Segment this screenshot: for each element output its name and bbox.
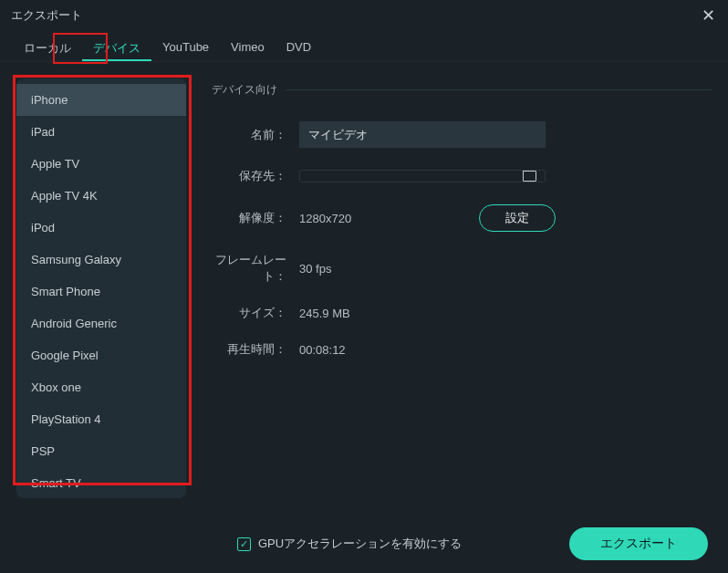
device-item-smarttv[interactable]: Smart TV xyxy=(16,467,186,498)
checkbox-icon: ✓ xyxy=(237,537,251,551)
gpu-accel-label: GPUアクセラレーションを有効にする xyxy=(258,536,462,552)
device-item-appletv[interactable]: Apple TV xyxy=(16,148,186,180)
device-item-smartphone[interactable]: Smart Phone xyxy=(16,276,186,307)
section-header: デバイス向け xyxy=(212,82,712,98)
value-duration: 00:08:12 xyxy=(299,343,346,357)
export-button[interactable]: エクスポート xyxy=(569,527,708,560)
label-size: サイズ： xyxy=(212,305,299,321)
device-item-ipad[interactable]: iPad xyxy=(16,116,186,148)
browse-folder-button[interactable] xyxy=(514,171,545,182)
device-item-samsung[interactable]: Samsung Galaxy xyxy=(16,244,186,276)
tab-youtube[interactable]: YouTube xyxy=(151,35,220,61)
titlebar: エクスポート ✕ xyxy=(0,0,728,31)
device-item-appletv4k[interactable]: Apple TV 4K xyxy=(16,180,186,212)
settings-button[interactable]: 設定 xyxy=(479,204,556,232)
device-item-ipod[interactable]: iPod xyxy=(16,212,186,244)
tab-local[interactable]: ローカル xyxy=(13,35,82,61)
label-framerate: フレームレート： xyxy=(212,252,299,285)
label-saveto: 保存先： xyxy=(212,168,299,184)
device-item-ps4[interactable]: PlayStation 4 xyxy=(16,403,186,435)
footer: ✓ GPUアクセラレーションを有効にする エクスポート xyxy=(0,527,728,560)
value-size: 245.9 MB xyxy=(299,307,350,320)
tab-device[interactable]: デバイス xyxy=(82,35,151,61)
device-item-iphone[interactable]: iPhone xyxy=(16,84,186,116)
close-icon[interactable]: ✕ xyxy=(699,5,717,26)
save-path-field[interactable] xyxy=(300,171,514,182)
device-item-android[interactable]: Android Generic xyxy=(16,307,186,339)
value-resolution: 1280x720 xyxy=(299,212,351,225)
tabs: ローカル デバイス YouTube Vimeo DVD xyxy=(0,31,728,62)
value-framerate: 30 fps xyxy=(299,262,331,276)
device-item-pixel[interactable]: Google Pixel xyxy=(16,339,186,371)
name-input[interactable] xyxy=(299,121,546,148)
tab-dvd[interactable]: DVD xyxy=(276,35,322,61)
gpu-accel-checkbox[interactable]: ✓ GPUアクセラレーションを有効にする xyxy=(237,536,462,552)
device-list: iPhone iPad Apple TV Apple TV 4K iPod Sa… xyxy=(16,78,186,498)
settings-panel: デバイス向け 名前： 保存先： 解像度： 1280x720 設定 フレームレート… xyxy=(212,78,712,498)
device-item-xbox[interactable]: Xbox one xyxy=(16,371,186,403)
tab-vimeo[interactable]: Vimeo xyxy=(220,35,276,61)
divider xyxy=(286,89,712,90)
folder-icon xyxy=(523,171,536,182)
section-title: デバイス向け xyxy=(212,82,277,98)
device-item-psp[interactable]: PSP xyxy=(16,435,186,467)
window-title: エクスポート xyxy=(11,7,82,24)
label-resolution: 解像度： xyxy=(212,210,299,226)
label-name: 名前： xyxy=(212,127,299,143)
main-area: iPhone iPad Apple TV Apple TV 4K iPod Sa… xyxy=(0,62,728,498)
label-duration: 再生時間： xyxy=(212,341,299,358)
